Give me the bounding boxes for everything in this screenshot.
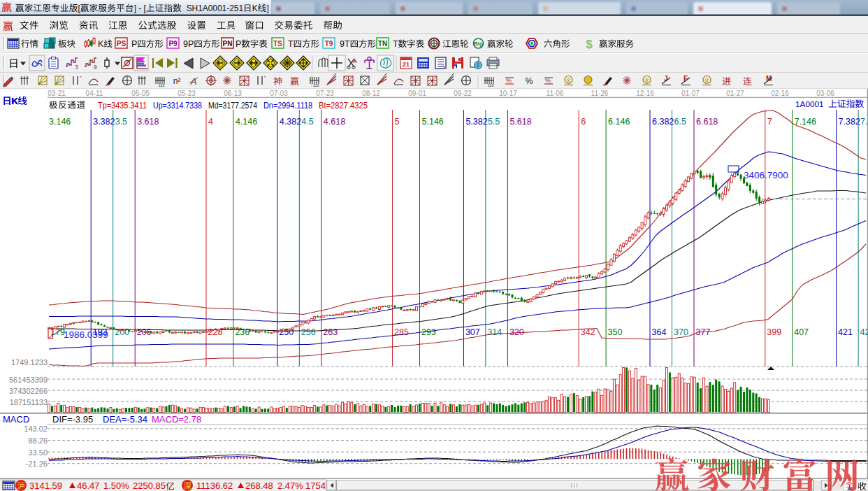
svg-text:04-11: 04-11 bbox=[86, 90, 103, 97]
svg-text:08-12: 08-12 bbox=[362, 90, 380, 97]
svg-text:MACD=2.78: MACD=2.78 bbox=[152, 414, 201, 425]
svg-text:P9: P9 bbox=[168, 40, 178, 48]
svg-text:T9: T9 bbox=[325, 40, 333, 48]
svg-text:PN: PN bbox=[223, 40, 233, 48]
svg-text:88.26: 88.26 bbox=[28, 436, 48, 445]
svg-text:07-23: 07-23 bbox=[316, 90, 334, 97]
svg-text:09-01: 09-01 bbox=[408, 90, 426, 97]
svg-text:3406.7900: 3406.7900 bbox=[744, 170, 788, 180]
svg-text:11-06: 11-06 bbox=[547, 90, 564, 97]
svg-text:428: 428 bbox=[860, 327, 868, 337]
svg-text:PS: PS bbox=[117, 40, 126, 48]
svg-text:%: % bbox=[526, 76, 533, 86]
svg-text:3.618: 3.618 bbox=[137, 117, 159, 127]
svg-text:6: 6 bbox=[581, 117, 586, 127]
svg-text:01-27: 01-27 bbox=[726, 90, 744, 97]
svg-text:Dn=2994.1118: Dn=2994.1118 bbox=[263, 101, 312, 111]
svg-text:%: % bbox=[545, 77, 551, 84]
svg-text:7.146: 7.146 bbox=[795, 117, 816, 127]
svg-text:03-21: 03-21 bbox=[48, 90, 66, 97]
svg-text:1986.0399: 1986.0399 bbox=[64, 329, 108, 340]
svg-text:TS: TS bbox=[273, 40, 282, 48]
svg-text:200: 200 bbox=[115, 327, 129, 337]
svg-text:10-17: 10-17 bbox=[499, 90, 517, 97]
svg-text:A: A bbox=[353, 58, 357, 64]
svg-text:6.618: 6.618 bbox=[696, 117, 718, 127]
svg-text:2.47%: 2.47% bbox=[277, 481, 303, 491]
svg-text:3: 3 bbox=[75, 64, 78, 71]
svg-text:263: 263 bbox=[323, 327, 338, 337]
svg-text:3.146: 3.146 bbox=[49, 117, 71, 127]
svg-text:3.5: 3.5 bbox=[115, 117, 127, 127]
svg-text:11-26: 11-26 bbox=[591, 90, 609, 97]
svg-text:9P: 9P bbox=[183, 39, 194, 49]
svg-text:Tp=3435.3411: Tp=3435.3411 bbox=[98, 101, 147, 111]
svg-text:5.146: 5.146 bbox=[422, 117, 444, 127]
svg-text:6.146: 6.146 bbox=[608, 117, 630, 127]
svg-text:33.50: 33.50 bbox=[28, 448, 48, 457]
svg-text:Big: Big bbox=[474, 41, 483, 47]
svg-text:金: 金 bbox=[644, 78, 649, 83]
svg-text:1749.1233: 1749.1233 bbox=[11, 358, 48, 367]
svg-text:4.5: 4.5 bbox=[301, 117, 313, 127]
svg-text:9: 9 bbox=[94, 64, 97, 71]
svg-text:4.618: 4.618 bbox=[324, 117, 345, 127]
svg-text:SH1A0001-251: SH1A0001-251 bbox=[187, 3, 244, 13]
svg-text:7.382: 7.382 bbox=[839, 117, 860, 127]
svg-text:TN: TN bbox=[378, 40, 387, 48]
svg-text:407: 407 bbox=[794, 327, 809, 337]
svg-text:Md=3177.2574: Md=3177.2574 bbox=[208, 101, 257, 111]
svg-text:金: 金 bbox=[704, 78, 709, 83]
svg-text:374302266: 374302266 bbox=[9, 387, 48, 395]
svg-text:F: F bbox=[683, 75, 688, 83]
svg-text:1A0001: 1A0001 bbox=[795, 99, 824, 109]
svg-text:01-07: 01-07 bbox=[681, 90, 700, 97]
svg-text:320: 320 bbox=[509, 327, 524, 337]
svg-text:02-16: 02-16 bbox=[771, 90, 789, 97]
svg-text:370: 370 bbox=[674, 327, 688, 337]
svg-text:%: % bbox=[506, 77, 512, 84]
svg-text:21: 21 bbox=[403, 61, 410, 68]
svg-text:P: P bbox=[236, 39, 241, 49]
svg-text:4.382: 4.382 bbox=[280, 117, 301, 127]
svg-text:$: $ bbox=[586, 38, 593, 51]
svg-text:187151133: 187151133 bbox=[10, 398, 48, 406]
svg-text:5.618: 5.618 bbox=[509, 117, 531, 127]
svg-text:314: 314 bbox=[487, 327, 502, 337]
svg-text:123: 123 bbox=[159, 83, 165, 87]
svg-text:5: 5 bbox=[395, 117, 400, 127]
svg-text:-21.26: -21.26 bbox=[26, 460, 48, 468]
svg-text:2250.85: 2250.85 bbox=[133, 481, 166, 491]
svg-text:4.146: 4.146 bbox=[236, 117, 257, 127]
svg-text:T: T bbox=[288, 39, 294, 49]
svg-text:268.48: 268.48 bbox=[245, 481, 273, 491]
svg-text:6.5: 6.5 bbox=[674, 117, 686, 127]
svg-text:12-16: 12-16 bbox=[636, 90, 654, 97]
svg-text:05-23: 05-23 bbox=[178, 90, 196, 97]
svg-text:3141.59: 3141.59 bbox=[29, 481, 62, 491]
svg-text:Up=3314.7338: Up=3314.7338 bbox=[153, 101, 202, 111]
svg-text:46.47: 46.47 bbox=[77, 481, 100, 491]
svg-text:364: 364 bbox=[652, 327, 667, 337]
svg-text:256: 256 bbox=[301, 327, 316, 337]
svg-text:09-22: 09-22 bbox=[454, 90, 472, 97]
svg-text:1.50%: 1.50% bbox=[103, 481, 129, 491]
svg-text:06-13: 06-13 bbox=[224, 90, 242, 97]
svg-text:143.02: 143.02 bbox=[24, 425, 48, 433]
svg-text:421: 421 bbox=[838, 327, 853, 337]
svg-text:K: K bbox=[12, 96, 19, 106]
svg-text:P: P bbox=[131, 39, 137, 49]
svg-text:MACD: MACD bbox=[3, 414, 29, 425]
svg-text:A: A bbox=[190, 76, 197, 87]
svg-text:350: 350 bbox=[608, 327, 623, 337]
svg-text:金: 金 bbox=[566, 78, 571, 83]
svg-text:05-05: 05-05 bbox=[131, 90, 150, 97]
svg-text:T: T bbox=[393, 39, 398, 49]
svg-text:11136.62: 11136.62 bbox=[196, 481, 233, 491]
svg-text:5.5: 5.5 bbox=[488, 117, 500, 127]
svg-text:-: - bbox=[138, 3, 141, 13]
svg-text:K: K bbox=[98, 39, 104, 49]
svg-text:DEA=-5.34: DEA=-5.34 bbox=[103, 414, 147, 425]
svg-text:6.382: 6.382 bbox=[652, 117, 674, 127]
svg-text:307: 307 bbox=[465, 327, 480, 337]
